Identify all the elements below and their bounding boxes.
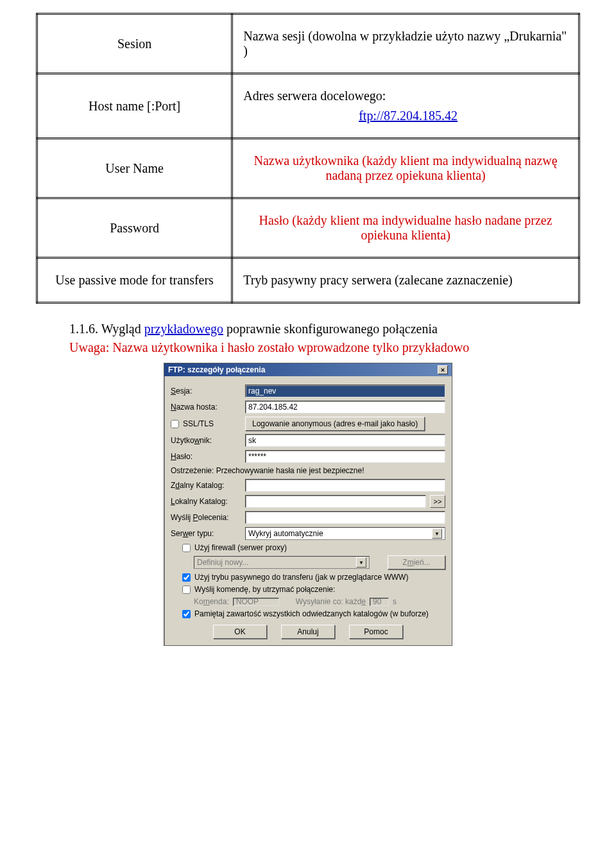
table-row: User Name Nazwa użytkownika (każdy klien… <box>37 139 579 198</box>
cell-password-label: Password <box>37 198 232 258</box>
cell-passive-label: Use passive mode for transfers <box>37 258 232 303</box>
keepalive-checkbox[interactable]: Wyślij komendę, by utrzymać połączenie: <box>182 585 335 594</box>
password-input[interactable] <box>245 450 445 463</box>
anonymous-login-button[interactable]: Logowanie anonymous (adres e-mail jako h… <box>245 417 425 431</box>
server-type-dropdown[interactable]: Wykryj automatycznie ▼ <box>245 527 445 540</box>
cancel-button[interactable]: Anuluj <box>281 625 335 639</box>
table-row: Host name [:Port] Adres serwera docelowe… <box>37 74 579 139</box>
firewall-checkbox[interactable]: Użyj firewall (serwer proxy) <box>182 543 287 552</box>
password-warning: Ostrzeżenie: Przechowywanie hasła nie je… <box>171 466 445 475</box>
cell-passive-value: Tryb pasywny pracy serwera (zalecane zaz… <box>232 258 579 303</box>
section-text-c: poprawnie skonfigurowanego połączenia <box>223 322 438 336</box>
chevron-down-icon[interactable]: ▼ <box>432 528 442 539</box>
send-commands-input[interactable] <box>245 511 445 524</box>
cell-user-label: User Name <box>37 139 232 198</box>
section-text-a: Wygląd <box>101 322 144 336</box>
keepalive-checkbox-box[interactable] <box>182 586 191 594</box>
browse-local-button[interactable]: >> <box>430 495 445 508</box>
keepalive-interval-input <box>370 598 389 606</box>
session-input[interactable] <box>245 385 445 397</box>
label-host: Nazwa hosta: <box>171 403 241 412</box>
cache-dirs-checkbox[interactable]: Pamiętaj zawartość wszystkich odwiedzany… <box>182 609 429 618</box>
label-user: Użytkownik: <box>171 436 241 445</box>
host-input[interactable] <box>245 401 445 413</box>
label-keepalive-interval: Wysyłanie co: każde <box>296 597 366 606</box>
chevron-down-icon: ▼ <box>356 557 366 568</box>
help-button[interactable]: Pomoc <box>349 625 403 639</box>
ftp-details-dialog: FTP: szczegóły połączenia × Sesja: Nazwa… <box>164 363 452 646</box>
firewall-dropdown: Definiuj nowy... ▼ <box>194 556 370 569</box>
cell-host-value: Adres serwera docelowego: ftp://87.204.1… <box>232 74 579 139</box>
warning-line: Uwaga: Nazwa użytkownika i hasło zostało… <box>69 340 580 355</box>
local-dir-input[interactable] <box>245 495 426 508</box>
cell-host-label: Host name [:Port] <box>37 74 232 139</box>
keepalive-command-input <box>233 598 279 606</box>
dialog-titlebar: FTP: szczegóły połączenia × <box>164 363 452 376</box>
username-input[interactable] <box>245 434 445 447</box>
close-icon[interactable]: × <box>438 365 448 374</box>
host-desc: Adres serwera docelowego: <box>243 89 568 103</box>
label-remote-dir: Zdalny Katalog: <box>171 481 241 490</box>
cell-sesion-value: Nazwa sesji (dowolna w przykładzie użyto… <box>232 14 579 74</box>
section-1-1-6: 1.1.6. Wygląd przykładowego poprawnie sk… <box>69 322 580 336</box>
ssltls-checkbox-box[interactable] <box>171 420 179 428</box>
label-server-type: Serwer typu: <box>171 529 241 538</box>
table-row: Use passive mode for transfers Tryb pasy… <box>37 258 579 303</box>
label-send-commands: Wyślij Polecenia: <box>171 513 241 522</box>
cell-password-value: Hasło (każdy klient ma indywidualne hasł… <box>232 198 579 258</box>
ssltls-checkbox[interactable]: SSL/TLS <box>171 419 241 428</box>
cell-user-value: Nazwa użytkownika (każdy klient ma indyw… <box>232 139 579 198</box>
label-password: Hasło: <box>171 452 241 461</box>
cache-dirs-checkbox-box[interactable] <box>182 610 191 618</box>
table-row: Password Hasło (każdy klient ma indywidu… <box>37 198 579 258</box>
table-row: Sesion Nazwa sesji (dowolna w przykładzi… <box>37 14 579 74</box>
seconds-suffix: s <box>393 597 397 606</box>
example-hyperlink[interactable]: przykładowego <box>144 322 223 336</box>
ok-button[interactable]: OK <box>213 625 267 639</box>
cell-sesion-label: Sesion <box>37 14 232 74</box>
firewall-checkbox-box[interactable] <box>182 544 191 552</box>
section-number: 1.1.6. <box>69 322 98 336</box>
remote-dir-input[interactable] <box>245 479 445 492</box>
ftp-address-link[interactable]: ftp://87.204.185.42 <box>359 109 458 123</box>
firewall-edit-button: Zmień... <box>388 555 445 569</box>
label-keepalive-command: Komenda: <box>194 597 229 606</box>
dialog-title: FTP: szczegóły połączenia <box>168 365 265 374</box>
label-local-dir: Lokalny Katalog: <box>171 497 241 506</box>
spec-table: Sesion Nazwa sesji (dowolna w przykładzi… <box>36 13 580 304</box>
passive-mode-checkbox[interactable]: Użyj trybu pasywnego do transferu (jak w… <box>182 573 408 582</box>
passive-mode-checkbox-box[interactable] <box>182 573 191 582</box>
label-session: Sesja: <box>171 387 241 395</box>
